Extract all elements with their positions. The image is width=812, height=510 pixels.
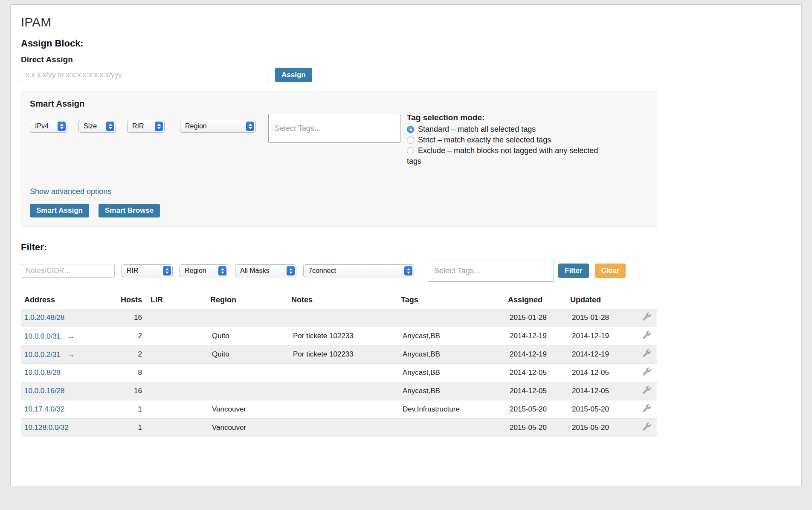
radio-button-icon[interactable]	[407, 126, 414, 133]
edit-wrench-icon[interactable]	[642, 367, 651, 376]
clear-button[interactable]: Clear	[595, 264, 626, 278]
address-link[interactable]: 10.0.0.8/29	[24, 368, 61, 377]
masks-filter-select[interactable]: All Masks	[235, 264, 296, 277]
size-select-value: Size	[84, 122, 97, 130]
ip-version-select[interactable]: IPv4	[30, 120, 67, 133]
filter-tags-input[interactable]: Select Tags...	[428, 260, 554, 282]
col-header-lir: LIR	[142, 296, 210, 304]
edit-wrench-icon[interactable]	[642, 422, 651, 431]
assigned-cell: 2015-05-20	[508, 405, 570, 414]
tag-mode-option-label: Standard – match all selected tags	[418, 125, 536, 133]
address-cell: 10.128.0.0/32 →	[21, 423, 114, 432]
tag-mode-option-label: Exclude – match blocks not tagged with a…	[407, 146, 598, 165]
smart-browse-button[interactable]: Smart Browse	[99, 204, 160, 217]
table-body: 1.0.20.48/28 → 16 2015-01-28 2015-01-28 …	[21, 309, 657, 437]
hosts-cell: 1	[114, 405, 142, 414]
table-row: 10.0.0.8/29 → 8 Anycast,BB 2014-12-05 20…	[21, 364, 657, 382]
updated-cell: 2014-12-19	[570, 350, 626, 359]
hosts-cell: 2	[114, 332, 142, 340]
actions-cell	[626, 422, 657, 433]
edit-wrench-icon[interactable]	[642, 312, 651, 321]
updated-cell: 2014-12-05	[570, 387, 626, 395]
notes-filter-input[interactable]	[21, 264, 115, 278]
address-cell: 10.0.0.2/31 →	[21, 350, 114, 359]
hosts-cell: 16	[114, 387, 142, 395]
address-link[interactable]: 10.0.0.0/31	[24, 332, 61, 340]
smart-assign-panel: Smart Assign IPv4 Size RIR Region Select…	[21, 91, 657, 226]
show-advanced-link[interactable]: Show advanced options	[30, 187, 111, 196]
region-filter-value: Region	[185, 267, 206, 275]
address-link[interactable]: 10.0.0.2/31	[24, 351, 61, 359]
tag-mode-option[interactable]: Standard – match all selected tags	[407, 124, 611, 135]
address-arrow-icon[interactable]: →	[67, 350, 75, 359]
assign-button[interactable]: Assign	[275, 68, 312, 82]
select-caret-icon	[58, 122, 66, 131]
tag-selection-mode: Tag selection mode: Standard – match all…	[407, 113, 611, 167]
smart-assign-heading: Smart Assign	[30, 99, 648, 109]
smart-assign-buttons: Smart Assign Smart Browse	[30, 204, 648, 217]
updated-cell: 2014-12-05	[570, 368, 626, 377]
actions-cell	[626, 349, 657, 360]
table-row: 10.0.0.2/31 → 2 Quito Por tickete 102233…	[21, 345, 657, 364]
select-caret-icon	[287, 266, 295, 275]
smart-assign-button[interactable]: Smart Assign	[30, 204, 89, 217]
region-select[interactable]: Region	[180, 120, 256, 133]
direct-assign-label: Direct Assign	[21, 55, 791, 64]
ip-version-select-value: IPv4	[35, 122, 49, 130]
region-cell: Vancouver	[210, 405, 291, 414]
tag-mode-option-label: Strict – match exactly the selected tags	[418, 136, 551, 144]
actions-cell	[626, 367, 657, 378]
radio-button-icon[interactable]	[407, 147, 414, 154]
assigned-cell: 2014-12-05	[508, 387, 570, 395]
ipam-page: IPAM Assign Block: Direct Assign Assign …	[10, 4, 802, 486]
address-cell: 1.0.20.48/28 →	[21, 313, 114, 322]
notes-cell: Por tickete 102233	[291, 332, 401, 340]
select-caret-icon	[404, 266, 412, 275]
edit-wrench-icon[interactable]	[642, 349, 651, 358]
table-row: 10.128.0.0/32 → 1 Vancouver 2015-05-20 2…	[21, 419, 657, 437]
tags-cell: Anycast,BB	[401, 368, 508, 377]
col-header-address: Address	[21, 296, 114, 304]
col-header-updated: Updated	[570, 296, 626, 304]
direct-assign-row: Assign	[21, 68, 791, 82]
edit-wrench-icon[interactable]	[642, 404, 651, 413]
rir-filter-select[interactable]: RIR	[122, 264, 173, 277]
page-title: IPAM	[21, 15, 791, 29]
radio-button-icon[interactable]	[407, 136, 414, 144]
region-filter-select[interactable]: Region	[180, 264, 228, 277]
actions-cell	[626, 385, 657, 397]
tag-mode-option[interactable]: Strict – match exactly the selected tags	[407, 135, 611, 145]
masks-filter-value: All Masks	[240, 267, 269, 275]
address-link[interactable]: 10.128.0.0/32	[24, 423, 69, 432]
hosts-cell: 8	[114, 368, 142, 377]
lir-filter-select[interactable]: 7connect	[303, 264, 414, 277]
updated-cell: 2015-05-20	[570, 405, 626, 414]
region-cell: Quito	[210, 350, 291, 359]
edit-wrench-icon[interactable]	[642, 330, 651, 339]
address-arrow-icon[interactable]: →	[67, 332, 75, 340]
hosts-cell: 1	[114, 423, 142, 432]
col-header-tags: Tags	[401, 296, 508, 304]
tag-mode-option[interactable]: Exclude – match blocks not tagged with a…	[407, 145, 611, 167]
table-row: 10.17.4.0/32 → 1 Vancouver Dev,Infrastru…	[21, 400, 657, 419]
table-row: 10.0.0.0/31 → 2 Quito Por tickete 102233…	[21, 327, 657, 345]
region-cell: Vancouver	[210, 423, 291, 432]
smart-assign-tags-input[interactable]: Select Tags...	[268, 114, 400, 143]
actions-cell	[626, 330, 657, 342]
filter-controls: RIR Region All Masks 7connect Select Tag…	[21, 260, 791, 282]
address-link[interactable]: 1.0.20.48/28	[24, 313, 65, 322]
table-row: 10.0.0.16/28 → 16 Anycast,BB 2014-12-05 …	[21, 382, 657, 400]
direct-assign-input[interactable]	[21, 68, 269, 82]
address-cell: 10.17.4.0/32 →	[21, 405, 114, 414]
address-cell: 10.0.0.16/28 →	[21, 387, 114, 395]
rir-select[interactable]: RIR	[127, 120, 165, 133]
assign-block-heading: Assign Block:	[21, 38, 791, 49]
address-link[interactable]: 10.0.0.16/28	[24, 387, 65, 395]
filter-button[interactable]: Filter	[558, 264, 589, 278]
size-select[interactable]: Size	[78, 120, 116, 133]
col-header-assigned: Assigned	[508, 296, 570, 304]
actions-cell	[626, 312, 657, 323]
col-header-region: Region	[210, 296, 291, 304]
address-link[interactable]: 10.17.4.0/32	[24, 405, 65, 413]
edit-wrench-icon[interactable]	[642, 385, 651, 394]
